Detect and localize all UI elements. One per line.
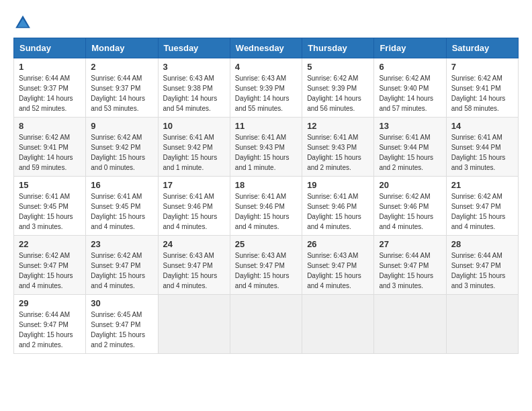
calendar-header-thursday: Thursday <box>302 38 374 58</box>
day-info: Sunrise: 6:43 AMSunset: 9:47 PMDaylight:… <box>235 252 290 289</box>
day-number: 4 <box>235 62 297 72</box>
day-number: 2 <box>91 62 152 72</box>
day-number: 14 <box>451 121 513 131</box>
calendar-cell-8: 8Sunrise: 6:42 AMSunset: 9:41 PMDaylight… <box>14 118 86 177</box>
day-info: Sunrise: 6:42 AMSunset: 9:39 PMDaylight:… <box>307 75 361 112</box>
calendar-header-row: SundayMondayTuesdayWednesdayThursdayFrid… <box>14 38 519 58</box>
calendar-cell-21: 21Sunrise: 6:42 AMSunset: 9:47 PMDayligh… <box>446 177 518 236</box>
day-number: 17 <box>163 180 225 190</box>
day-number: 23 <box>91 239 152 249</box>
calendar-cell-empty <box>230 295 302 354</box>
day-info: Sunrise: 6:41 AMSunset: 9:44 PMDaylight:… <box>379 134 433 171</box>
calendar-cell-15: 15Sunrise: 6:41 AMSunset: 9:45 PMDayligh… <box>14 177 86 236</box>
day-number: 19 <box>307 180 369 190</box>
calendar-cell-25: 25Sunrise: 6:43 AMSunset: 9:47 PMDayligh… <box>230 236 302 295</box>
calendar-cell-9: 9Sunrise: 6:42 AMSunset: 9:42 PMDaylight… <box>86 118 158 177</box>
day-info: Sunrise: 6:42 AMSunset: 9:40 PMDaylight:… <box>379 75 433 112</box>
calendar-cell-10: 10Sunrise: 6:41 AMSunset: 9:42 PMDayligh… <box>158 118 230 177</box>
calendar-cell-17: 17Sunrise: 6:41 AMSunset: 9:46 PMDayligh… <box>158 177 230 236</box>
day-number: 29 <box>19 298 81 308</box>
day-info: Sunrise: 6:41 AMSunset: 9:45 PMDaylight:… <box>91 193 145 230</box>
day-number: 30 <box>91 298 152 308</box>
day-info: Sunrise: 6:45 AMSunset: 9:47 PMDaylight:… <box>91 311 145 349</box>
day-info: Sunrise: 6:41 AMSunset: 9:44 PMDaylight:… <box>451 134 506 171</box>
day-number: 27 <box>379 239 441 249</box>
day-info: Sunrise: 6:42 AMSunset: 9:41 PMDaylight:… <box>451 75 506 112</box>
day-number: 7 <box>451 62 513 72</box>
calendar-cell-19: 19Sunrise: 6:41 AMSunset: 9:46 PMDayligh… <box>302 177 374 236</box>
day-number: 21 <box>451 180 513 190</box>
day-info: Sunrise: 6:41 AMSunset: 9:46 PMDaylight:… <box>307 193 361 230</box>
day-number: 15 <box>19 180 81 190</box>
calendar-cell-28: 28Sunrise: 6:44 AMSunset: 9:47 PMDayligh… <box>446 236 518 295</box>
day-number: 9 <box>91 121 152 131</box>
day-info: Sunrise: 6:44 AMSunset: 9:47 PMDaylight:… <box>19 311 73 349</box>
day-number: 12 <box>307 121 369 131</box>
day-info: Sunrise: 6:42 AMSunset: 9:41 PMDaylight:… <box>19 134 73 171</box>
calendar-cell-1: 1Sunrise: 6:44 AMSunset: 9:37 PMDaylight… <box>14 58 86 118</box>
day-number: 3 <box>163 62 225 72</box>
day-info: Sunrise: 6:43 AMSunset: 9:47 PMDaylight:… <box>307 252 361 289</box>
calendar-cell-23: 23Sunrise: 6:42 AMSunset: 9:47 PMDayligh… <box>86 236 158 295</box>
calendar-cell-empty <box>158 295 230 354</box>
day-info: Sunrise: 6:43 AMSunset: 9:47 PMDaylight:… <box>163 252 218 289</box>
calendar-cell-4: 4Sunrise: 6:43 AMSunset: 9:39 PMDaylight… <box>230 58 302 118</box>
calendar-cell-11: 11Sunrise: 6:41 AMSunset: 9:43 PMDayligh… <box>230 118 302 177</box>
calendar-cell-5: 5Sunrise: 6:42 AMSunset: 9:39 PMDaylight… <box>302 58 374 118</box>
day-number: 6 <box>379 62 441 72</box>
day-info: Sunrise: 6:43 AMSunset: 9:39 PMDaylight:… <box>235 75 290 112</box>
day-info: Sunrise: 6:41 AMSunset: 9:43 PMDaylight:… <box>235 134 290 171</box>
day-info: Sunrise: 6:41 AMSunset: 9:43 PMDaylight:… <box>307 134 361 171</box>
calendar-cell-30: 30Sunrise: 6:45 AMSunset: 9:47 PMDayligh… <box>86 295 158 354</box>
day-info: Sunrise: 6:44 AMSunset: 9:47 PMDaylight:… <box>451 252 506 289</box>
day-info: Sunrise: 6:42 AMSunset: 9:42 PMDaylight:… <box>91 134 145 171</box>
day-number: 28 <box>451 239 513 249</box>
calendar-header-friday: Friday <box>374 38 446 58</box>
calendar-cell-29: 29Sunrise: 6:44 AMSunset: 9:47 PMDayligh… <box>14 295 86 354</box>
day-info: Sunrise: 6:41 AMSunset: 9:45 PMDaylight:… <box>19 193 73 230</box>
calendar-cell-2: 2Sunrise: 6:44 AMSunset: 9:37 PMDaylight… <box>86 58 158 118</box>
calendar-cell-13: 13Sunrise: 6:41 AMSunset: 9:44 PMDayligh… <box>374 118 446 177</box>
day-info: Sunrise: 6:42 AMSunset: 9:47 PMDaylight:… <box>451 193 506 230</box>
calendar-header-wednesday: Wednesday <box>230 38 302 58</box>
day-number: 13 <box>379 121 441 131</box>
day-number: 22 <box>19 239 81 249</box>
calendar-cell-26: 26Sunrise: 6:43 AMSunset: 9:47 PMDayligh… <box>302 236 374 295</box>
day-number: 26 <box>307 239 369 249</box>
calendar-cell-12: 12Sunrise: 6:41 AMSunset: 9:43 PMDayligh… <box>302 118 374 177</box>
day-number: 18 <box>235 180 297 190</box>
logo-icon <box>13 13 32 32</box>
day-number: 25 <box>235 239 297 249</box>
calendar-header-sunday: Sunday <box>14 38 86 58</box>
calendar-header-tuesday: Tuesday <box>158 38 230 58</box>
day-info: Sunrise: 6:44 AMSunset: 9:47 PMDaylight:… <box>379 252 433 289</box>
day-info: Sunrise: 6:42 AMSunset: 9:47 PMDaylight:… <box>19 252 73 289</box>
calendar-cell-18: 18Sunrise: 6:41 AMSunset: 9:46 PMDayligh… <box>230 177 302 236</box>
calendar-cell-16: 16Sunrise: 6:41 AMSunset: 9:45 PMDayligh… <box>86 177 158 236</box>
day-number: 20 <box>379 180 441 190</box>
calendar-header-saturday: Saturday <box>446 38 518 58</box>
calendar-cell-7: 7Sunrise: 6:42 AMSunset: 9:41 PMDaylight… <box>446 58 518 118</box>
day-number: 24 <box>163 239 225 249</box>
day-info: Sunrise: 6:44 AMSunset: 9:37 PMDaylight:… <box>91 75 145 112</box>
day-number: 16 <box>91 180 152 190</box>
calendar-cell-22: 22Sunrise: 6:42 AMSunset: 9:47 PMDayligh… <box>14 236 86 295</box>
day-info: Sunrise: 6:43 AMSunset: 9:38 PMDaylight:… <box>163 75 218 112</box>
calendar-cell-20: 20Sunrise: 6:42 AMSunset: 9:46 PMDayligh… <box>374 177 446 236</box>
day-info: Sunrise: 6:42 AMSunset: 9:47 PMDaylight:… <box>91 252 145 289</box>
logo <box>13 13 35 32</box>
day-info: Sunrise: 6:42 AMSunset: 9:46 PMDaylight:… <box>379 193 433 230</box>
page: SundayMondayTuesdayWednesdayThursdayFrid… <box>0 0 532 361</box>
calendar-cell-empty <box>446 295 518 354</box>
day-info: Sunrise: 6:41 AMSunset: 9:46 PMDaylight:… <box>235 193 290 230</box>
day-number: 5 <box>307 62 369 72</box>
day-info: Sunrise: 6:41 AMSunset: 9:46 PMDaylight:… <box>163 193 218 230</box>
day-info: Sunrise: 6:44 AMSunset: 9:37 PMDaylight:… <box>19 75 73 112</box>
calendar-cell-6: 6Sunrise: 6:42 AMSunset: 9:40 PMDaylight… <box>374 58 446 118</box>
calendar-table: SundayMondayTuesdayWednesdayThursdayFrid… <box>13 38 519 354</box>
day-number: 10 <box>163 121 225 131</box>
day-number: 1 <box>19 62 81 72</box>
calendar-cell-27: 27Sunrise: 6:44 AMSunset: 9:47 PMDayligh… <box>374 236 446 295</box>
calendar-cell-3: 3Sunrise: 6:43 AMSunset: 9:38 PMDaylight… <box>158 58 230 118</box>
calendar-header-monday: Monday <box>86 38 158 58</box>
